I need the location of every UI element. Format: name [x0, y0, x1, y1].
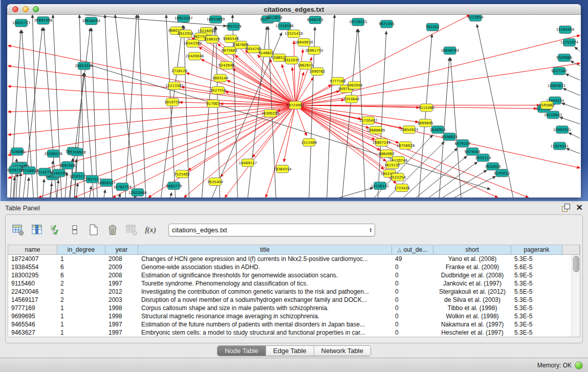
network-node[interactable]: 18640910: [295, 38, 313, 46]
network-node[interactable]: 20053346: [75, 62, 93, 70]
network-node[interactable]: 6479197: [455, 140, 471, 147]
column-header-out_de[interactable]: △out_de...: [392, 245, 433, 255]
network-node[interactable]: 15751074: [560, 38, 579, 46]
table-row[interactable]: 1872400712008Changes of HCN gene express…: [8, 255, 580, 263]
network-node[interactable]: 2935114: [475, 154, 491, 162]
network-node[interactable]: 1810755: [164, 98, 180, 106]
network-node[interactable]: 8912954: [178, 30, 194, 37]
network-node[interactable]: 1640954: [430, 126, 446, 134]
network-node[interactable]: 9777169: [330, 77, 345, 85]
network-node[interactable]: 7462046: [346, 81, 362, 89]
network-node[interactable]: 7525402: [174, 170, 190, 178]
network-node[interactable]: 12218506: [275, 22, 293, 30]
network-node[interactable]: 12923468: [128, 189, 146, 196]
network-node[interactable]: 9485779: [166, 182, 182, 190]
network-node[interactable]: 16033809: [207, 15, 225, 23]
network-node[interactable]: 2522254: [390, 173, 406, 181]
table-mode-icon[interactable]: [11, 223, 25, 237]
network-node[interactable]: 9227342: [551, 67, 567, 75]
network-node[interactable]: 7857224: [226, 23, 242, 30]
network-node[interactable]: 9427552: [210, 86, 226, 94]
network-node[interactable]: 7635404: [207, 178, 224, 186]
network-node[interactable]: 19384554: [273, 165, 292, 173]
network-node[interactable]: 9242848: [219, 61, 234, 69]
network-node[interactable]: 1615132: [384, 161, 400, 169]
network-node[interactable]: 1733426: [394, 184, 410, 192]
network-node[interactable]: 1862615: [297, 61, 313, 69]
network-node[interactable]: 9671355: [379, 20, 395, 28]
table-row[interactable]: 977716911998Corpus callosum shape and si…: [8, 304, 580, 312]
network-node[interactable]: 19654923: [400, 126, 418, 134]
select-columns-icon[interactable]: [49, 223, 63, 237]
network-node[interactable]: 2803144: [212, 74, 229, 82]
table-row[interactable]: 946362711997Embryonic stem cells: a mode…: [8, 329, 580, 337]
network-node[interactable]: 8186328: [204, 35, 220, 43]
tab-edge-table[interactable]: Edge Table: [266, 346, 314, 356]
column-header-name[interactable]: name: [8, 245, 57, 255]
network-node[interactable]: 15104448: [556, 26, 574, 33]
network-node[interactable]: 5938923: [442, 133, 458, 141]
network-node[interactable]: 10653287: [175, 15, 192, 22]
table-row[interactable]: 911546021997Tourette syndrome. Phenomeno…: [8, 279, 580, 288]
scrollbar-thumb[interactable]: [573, 256, 579, 272]
network-node[interactable]: 761552: [426, 23, 440, 31]
network-node[interactable]: 9699695: [418, 119, 433, 127]
network-node[interactable]: 16648784: [441, 47, 459, 54]
network-node[interactable]: 14136141: [371, 182, 389, 190]
network-node[interactable]: 8113054: [467, 15, 484, 21]
network-node[interactable]: 10719155: [349, 18, 367, 26]
table-row[interactable]: 1830029562008Estimation of significance …: [8, 271, 580, 279]
network-node[interactable]: 9097588: [60, 162, 76, 169]
network-node[interactable]: 9884067: [379, 150, 395, 158]
network-node[interactable]: 1990762: [309, 68, 325, 75]
network-node[interactable]: 10688609: [367, 126, 385, 134]
show-columns-icon[interactable]: [30, 223, 44, 237]
network-node[interactable]: 9245012: [494, 169, 510, 177]
network-node[interactable]: 19756928: [397, 142, 415, 149]
network-node[interactable]: 2526085: [9, 148, 25, 156]
table-selector[interactable]: citations_edges.txt ▴▾: [168, 224, 375, 236]
close-panel-icon[interactable]: ✕: [576, 204, 583, 212]
network-node[interactable]: 9329966: [556, 54, 572, 61]
network-node[interactable]: 13325419: [285, 30, 302, 37]
network-window-titlebar[interactable]: citations_edges.txt: [7, 4, 581, 15]
tab-network-table[interactable]: Network Table: [314, 346, 371, 356]
tab-node-table[interactable]: Node Table: [217, 346, 266, 356]
network-node[interactable]: 8322037: [284, 56, 299, 64]
column-header-short[interactable]: short: [433, 245, 511, 255]
float-panel-icon[interactable]: [562, 204, 570, 212]
new-column-icon[interactable]: [86, 223, 101, 237]
column-header-title[interactable]: title: [138, 245, 392, 255]
vertical-scrollbar[interactable]: [572, 255, 580, 337]
network-node[interactable]: 16961755: [305, 47, 323, 54]
column-header-in_degree[interactable]: in_degree: [57, 245, 105, 255]
network-node[interactable]: 1595862: [539, 101, 555, 109]
network-node[interactable]: 11624541: [551, 142, 569, 150]
network-node[interactable]: 2718126: [171, 67, 187, 75]
network-node[interactable]: 12213383: [165, 82, 183, 90]
network-node[interactable]: 1145194: [51, 169, 68, 177]
network-canvas[interactable]: 1405571720891406166382041065328716033809…: [7, 15, 581, 198]
network-node[interactable]: 917003: [206, 100, 220, 107]
network-node[interactable]: 20891406: [34, 16, 52, 24]
network-node[interactable]: 9115460: [419, 104, 434, 112]
network-node[interactable]: 22420046: [186, 52, 204, 60]
network-node[interactable]: 2353644: [343, 95, 360, 103]
network-node[interactable]: 8813054: [267, 15, 283, 21]
table-row[interactable]: 2242004622012Investigating the contribut…: [8, 288, 580, 296]
network-node[interactable]: 9875685: [222, 47, 237, 54]
table-row[interactable]: 1456911722003Disruption of a novel membe…: [8, 296, 580, 304]
delete-column-icon[interactable]: [105, 223, 120, 237]
network-node[interactable]: 18807249: [373, 139, 390, 146]
table-row[interactable]: 969969511998Structural magnetic resonanc…: [8, 312, 580, 320]
cell-view-icon[interactable]: [68, 223, 82, 237]
function-builder-icon[interactable]: f(x): [143, 223, 158, 237]
network-node[interactable]: 1513484: [301, 139, 317, 146]
network-node[interactable]: 15692031: [553, 126, 571, 134]
table-row[interactable]: 946554611997Estimation of the future num…: [8, 320, 580, 329]
network-node[interactable]: 6466163: [307, 16, 323, 24]
network-node[interactable]: 14055717: [12, 19, 30, 27]
network-node[interactable]: 16638204: [82, 17, 100, 25]
column-header-pagerank[interactable]: pagerank: [511, 245, 562, 255]
network-node[interactable]: 14569117: [239, 159, 257, 167]
